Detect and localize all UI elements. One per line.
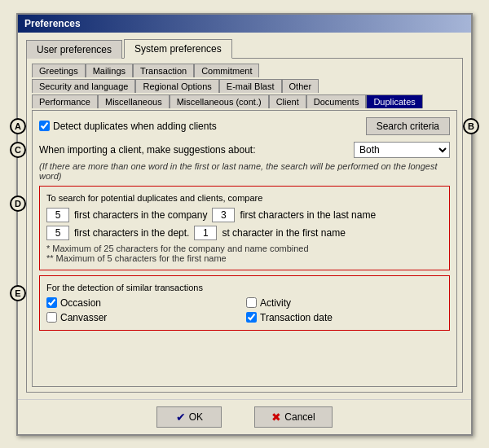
lastname-chars-input[interactable] [212,208,235,222]
subtab-transaction[interactable]: Transaction [133,64,194,77]
search-criteria-box: To search for potential duplicates and c… [39,186,450,270]
search-row-2: first characters in the dept. st charact… [46,226,443,240]
title-bar: Preferences [18,15,471,33]
ok-icon: ✔ [176,411,186,424]
note-1: * Maximum of 25 characters for the compa… [46,244,443,253]
firstname-chars-input[interactable] [194,226,217,240]
annotation-e: E [10,285,26,301]
annotation-d: D [10,195,26,212]
subtab-duplicates[interactable]: Duplicates [366,94,422,108]
dept-chars-input[interactable] [46,226,69,240]
tab-user-preferences[interactable]: User preferences [26,40,122,59]
ok-button[interactable]: ✔ OK [156,406,222,428]
dialog-footer: ✔ OK ✖ Cancel [18,399,471,434]
inner-content: A Detect duplicates when adding clients … [32,110,457,387]
subtab-other[interactable]: Other [282,79,319,93]
cancel-icon: ✖ [271,411,281,424]
annotation-b: B [463,118,479,134]
suggestion-dropdown[interactable]: Both Duplicates only Suggestions only [354,142,450,158]
transaction-box: For the detection of similar transaction… [39,275,450,331]
subtab-greetings[interactable]: Greetings [32,64,86,77]
subtab-commitment[interactable]: Commitment [194,64,259,77]
sub-tabs-row1: Greetings Mailings Transaction Commitmen… [32,64,457,77]
transaction-date-checkbox[interactable] [246,312,257,323]
note-2: ** Maximum of 5 characters for the first… [46,253,443,263]
occasion-checkbox[interactable] [46,297,57,308]
cancel-button[interactable]: ✖ Cancel [254,406,332,428]
subtab-email-blast[interactable]: E-mail Blast [219,79,282,93]
annotation-a: A [10,118,26,134]
subtab-security[interactable]: Security and language [32,79,135,93]
info-text: (If there are more than one word in the … [39,161,450,181]
search-box-wrapper: D To search for potential duplicates and… [39,186,450,270]
import-row: C When importing a client, make suggesti… [39,142,450,158]
activity-label[interactable]: Activity [246,297,443,309]
subtab-miscellaneous[interactable]: Miscellaneous [98,94,170,108]
subtab-regional[interactable]: Regional Options [135,79,218,93]
sub-tabs-row3: Performance Miscellaneous Miscellaneous … [32,94,457,108]
annotation-c: C [10,142,26,158]
preferences-dialog: Preferences User preferences System pref… [16,13,473,436]
dialog-title: Preferences [24,18,81,29]
tab-system-preferences[interactable]: System preferences [124,39,232,59]
search-criteria-button[interactable]: Search criteria [366,117,450,135]
transaction-checkboxes: Occasion Activity Canvasser [46,297,443,323]
company-chars-input[interactable] [46,208,69,222]
canvasser-label[interactable]: Canvasser [46,312,243,323]
transaction-date-label[interactable]: Transaction date [246,312,443,323]
subtab-documents[interactable]: Documents [306,94,367,108]
dialog-body: User preferences System preferences Gree… [18,33,471,399]
main-tab-row: User preferences System preferences [26,39,463,59]
tabs-container: Greetings Mailings Transaction Commitmen… [26,58,463,393]
subtab-client[interactable]: Client [269,94,306,108]
subtab-mailings[interactable]: Mailings [86,64,133,77]
detect-duplicates-checkbox[interactable] [39,121,50,131]
sub-tabs-row2: Security and language Regional Options E… [32,79,457,93]
subtab-performance[interactable]: Performance [32,94,98,108]
detect-duplicates-label[interactable]: Detect duplicates when adding clients [39,121,217,132]
activity-checkbox[interactable] [246,297,257,308]
search-row-1: first characters in the company first ch… [46,208,443,222]
occasion-label[interactable]: Occasion [46,297,243,309]
subtab-miscellaneous-cont[interactable]: Miscellaneous (cont.) [170,94,269,108]
canvasser-checkbox[interactable] [46,312,57,323]
transaction-box-wrapper: E For the detection of similar transacti… [39,275,450,331]
detect-duplicates-row: A Detect duplicates when adding clients … [39,117,450,135]
